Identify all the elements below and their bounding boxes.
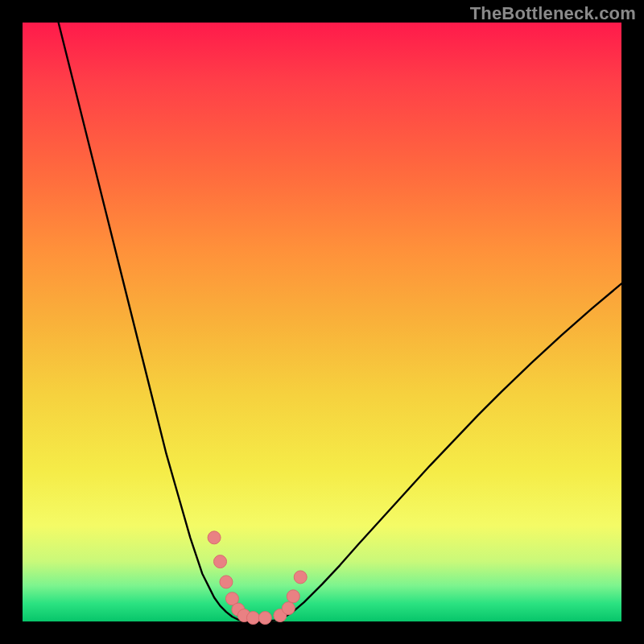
marker-dot <box>282 602 295 615</box>
marker-dot <box>208 531 221 544</box>
marker-dot <box>220 576 233 588</box>
marker-dot <box>294 571 307 584</box>
marker-dot <box>246 612 259 625</box>
marker-group <box>208 531 307 625</box>
chart-frame <box>23 23 621 621</box>
watermark-text: TheBottleneck.com <box>470 3 636 24</box>
marker-dot <box>258 612 271 625</box>
curve-layer <box>23 23 621 621</box>
bottleneck-curve <box>59 23 621 621</box>
marker-dot <box>287 590 299 603</box>
marker-dot <box>214 555 227 568</box>
